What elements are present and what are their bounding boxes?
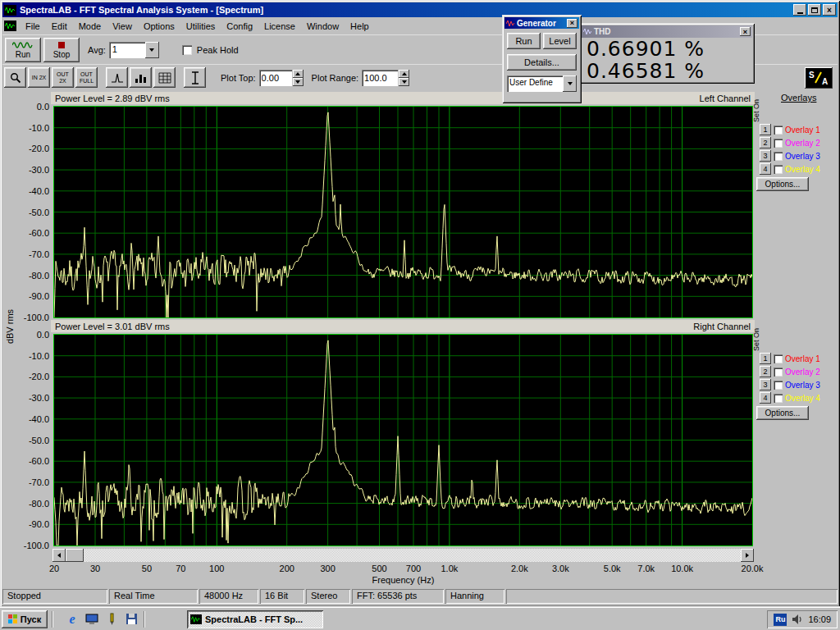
start-button[interactable]: Пуск (2, 610, 48, 628)
peak-hold-checkbox[interactable] (182, 45, 192, 55)
maximize-icon (811, 7, 818, 13)
thd-window: THD × 0.66901 % 0.46581 % (579, 23, 755, 84)
thd-value-right: 0.46581 % (587, 60, 747, 82)
spectrum-view-button[interactable] (106, 67, 128, 88)
overlay-3-checkbox[interactable] (774, 152, 783, 161)
status-run-state: Stopped (2, 589, 107, 604)
overlay-1-checkbox[interactable] (774, 354, 783, 363)
overlay-2-checkbox[interactable] (774, 139, 783, 148)
generator-preset-dropdown-button[interactable] (563, 75, 577, 92)
left-channel-plot[interactable] (53, 106, 753, 318)
menu-options[interactable]: Options (138, 20, 180, 33)
generator-preset-value[interactable]: User Define (507, 75, 563, 92)
overlay-1-checkbox[interactable] (774, 126, 783, 135)
task-button-spectralab[interactable]: SpectraLAB - FFT Sp... (187, 610, 323, 628)
peak-hold-label: Peak Hold (197, 45, 239, 55)
plot-top-spin-up[interactable] (293, 70, 304, 78)
left-power-level: Power Level = 2.89 dBV rms (55, 94, 170, 103)
arrow-up-icon (402, 72, 407, 75)
scrollbar-thumb[interactable] (66, 549, 84, 562)
overlay-2-set-button[interactable]: 2 (760, 366, 771, 377)
overlay-2-set-button[interactable]: 2 (760, 137, 771, 148)
quick-launch-ie-icon[interactable]: e (64, 611, 80, 628)
generator-body: Run Level Details... User Define (504, 30, 579, 101)
zoom-out-full-button[interactable]: OUT FULL (75, 67, 98, 88)
speaker-icon[interactable] (792, 614, 803, 625)
language-indicator[interactable]: Ru (774, 614, 787, 626)
menu-utilities[interactable]: Utilities (180, 20, 221, 33)
overlay-4-checkbox[interactable] (774, 165, 783, 174)
menu-config[interactable]: Config (221, 20, 258, 33)
y-tick-label: 0.0 (13, 102, 49, 112)
run-button[interactable]: Run (5, 38, 41, 62)
generator-details-button[interactable]: Details... (507, 54, 577, 71)
overlay-4-checkbox[interactable] (774, 394, 783, 403)
spectrogram-view-button[interactable] (153, 67, 176, 88)
generator-preset-combobox[interactable]: User Define (507, 75, 577, 92)
frequency-scrollbar[interactable] (52, 549, 754, 562)
quick-launch-save-icon[interactable] (123, 611, 139, 628)
y-tick-label: -90.0 (13, 291, 49, 301)
overlay-options-button-right[interactable]: Options... (756, 406, 809, 420)
menu-edit[interactable]: Edit (46, 20, 73, 33)
zoom-button[interactable] (4, 67, 26, 88)
menu-window[interactable]: Window (301, 20, 345, 33)
overlay-4-set-button[interactable]: 4 (760, 163, 771, 175)
x-tick-label: 50 (142, 564, 152, 573)
document-icon[interactable] (4, 21, 16, 31)
stop-button-label: Stop (53, 50, 71, 59)
avg-value[interactable]: 1 (109, 42, 145, 58)
scroll-left-button[interactable] (52, 549, 66, 562)
phase-view-button[interactable] (184, 67, 206, 88)
right-channel-plot[interactable] (53, 334, 753, 546)
plot-top-spin-down[interactable] (293, 78, 304, 86)
histogram-view-button[interactable] (130, 67, 152, 88)
generator-run-button[interactable]: Run (507, 33, 541, 49)
x-tick-label: 20.0k (742, 564, 764, 573)
windows-logo-icon (8, 614, 18, 623)
zoom-out-2x-button[interactable]: OUT 2X (52, 67, 74, 88)
menu-help[interactable]: Help (345, 20, 375, 33)
overlay-4-label: Overlay 4 (785, 394, 820, 403)
run-waveform-icon (12, 40, 34, 50)
avg-combobox[interactable]: 1 (109, 42, 159, 58)
overlay-3-set-button[interactable]: 3 (760, 150, 771, 162)
plot-range-input[interactable] (362, 70, 398, 86)
overlay-4-set-button[interactable]: 4 (760, 392, 771, 404)
y-tick-label: -70.0 (13, 249, 49, 259)
scroll-right-button[interactable] (741, 549, 754, 562)
overlay-3-checkbox[interactable] (774, 381, 783, 390)
plot-range-spin-up[interactable] (399, 70, 409, 78)
overlay-1-set-button[interactable]: 1 (760, 124, 771, 135)
menu-mode[interactable]: Mode (73, 20, 107, 33)
overlay-options-button-left[interactable]: Options... (756, 177, 809, 191)
overlay-3-set-button[interactable]: 3 (760, 379, 771, 390)
plot-top-input[interactable] (259, 70, 292, 86)
quick-launch-pen-icon[interactable] (103, 611, 120, 628)
close-button[interactable]: × (823, 4, 836, 16)
thd-close-button[interactable]: × (740, 27, 751, 36)
menu-file[interactable]: File (20, 20, 46, 33)
menu-license[interactable]: License (258, 20, 301, 33)
overlay-2-checkbox[interactable] (774, 368, 783, 377)
avg-dropdown-button[interactable] (145, 42, 159, 58)
maximize-button[interactable] (808, 4, 821, 16)
minimize-button[interactable] (793, 4, 806, 16)
overlay-1-set-button[interactable]: 1 (760, 353, 771, 364)
overlay-1-label: Overlay 1 (785, 354, 820, 363)
spectralab-logo-button[interactable]: S A (805, 67, 833, 89)
taskbar-clock[interactable]: 16:09 (808, 614, 831, 624)
y-tick-label: -100.0 (13, 313, 49, 322)
status-bar: Stopped Real Time 48000 Hz 16 Bit Stereo… (2, 587, 838, 605)
taskbar-divider (144, 611, 145, 628)
quick-launch-desktop-icon[interactable] (84, 611, 100, 628)
generator-close-button[interactable]: × (567, 19, 578, 28)
right-channel-header: Power Level = 3.01 dBV rms Right Channel (51, 320, 755, 332)
zoom-in-2x-button[interactable]: IN 2X (28, 67, 50, 88)
plot-range-spin-down[interactable] (399, 78, 409, 86)
generator-level-button[interactable]: Level (543, 33, 577, 49)
app-icon[interactable] (4, 5, 16, 16)
stop-button[interactable]: Stop (43, 38, 80, 62)
menu-view[interactable]: View (107, 20, 138, 33)
x-tick-label: 5.0k (604, 564, 621, 573)
